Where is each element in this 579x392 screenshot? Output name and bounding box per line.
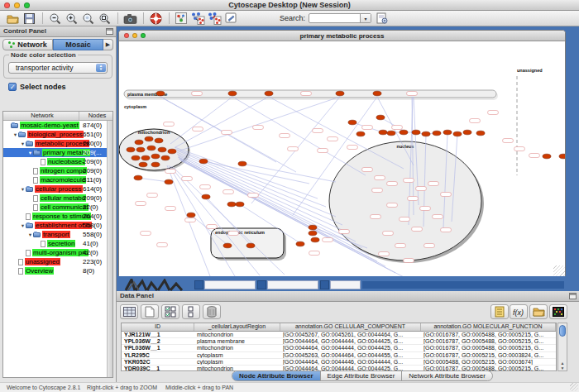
- window-resize-grip[interactable]: [570, 383, 578, 391]
- graph-node[interactable]: [356, 131, 365, 136]
- configure-search-icon[interactable]: [375, 12, 390, 25]
- table-row[interactable]: YKR052Ccytoplasm[GO:0044464, GO:0044446,…: [122, 359, 556, 366]
- table-column-header[interactable]: _cellularLayoutRegion: [194, 323, 280, 331]
- float-panel-icon[interactable]: [569, 293, 577, 299]
- graph-node[interactable]: [223, 243, 232, 248]
- graph-node[interactable]: [309, 225, 317, 230]
- graph-node[interactable]: [168, 149, 176, 154]
- tree-row-nucleobase-[interactable]: nucleobase-209(0): [3, 157, 112, 166]
- graph-node[interactable]: [412, 130, 420, 135]
- tree-row-establishment-of-lo[interactable]: ▼establishment of lo558(0): [3, 221, 112, 230]
- unselect-attributes-icon[interactable]: [182, 304, 200, 319]
- graph-node[interactable]: [134, 175, 142, 180]
- annotation-icon[interactable]: [223, 12, 238, 25]
- background-window-icon[interactable]: [194, 280, 203, 289]
- tree-row-multi-organism-pro[interactable]: multi-organism pro42(0): [3, 248, 112, 257]
- graph-node[interactable]: [156, 91, 165, 96]
- graph-edge[interactable]: [175, 149, 326, 207]
- graph-node[interactable]: [476, 131, 485, 136]
- graph-node[interactable]: [238, 161, 246, 166]
- node-color-dropdown[interactable]: transporter activity ▲▼: [8, 62, 108, 74]
- graph-node[interactable]: [145, 136, 153, 141]
- graph-node[interactable]: [151, 162, 160, 167]
- graph-node[interactable]: [127, 147, 135, 152]
- zoom-selected-icon[interactable]: [80, 12, 95, 25]
- graph-node[interactable]: [187, 213, 195, 218]
- graph-node[interactable]: [443, 130, 452, 135]
- select-attributes-icon[interactable]: [161, 304, 179, 319]
- graph-node[interactable]: [265, 91, 273, 96]
- disclosure-triangle-icon[interactable]: ▼: [20, 223, 26, 228]
- graph-node[interactable]: [158, 147, 166, 152]
- table-row[interactable]: YPL036W__1mitochondrion[GO:0044464, GO:0…: [122, 345, 556, 351]
- graph-node[interactable]: [155, 138, 163, 143]
- tree-row-nitrogen-compo[interactable]: nitrogen compo209(0): [3, 166, 112, 175]
- tree-column-network[interactable]: Network: [3, 112, 79, 120]
- tab-node-attribute-browser[interactable]: Node Attribute Browser: [232, 371, 321, 380]
- zoom-fit-icon[interactable]: [97, 12, 112, 25]
- disclosure-triangle-icon[interactable]: ▼: [20, 187, 26, 192]
- new-attribute-icon[interactable]: [141, 304, 159, 319]
- table-row[interactable]: YPL036W__2plasma membrane[GO:0044464, GO…: [122, 338, 556, 345]
- function-builder-icon[interactable]: f(x): [510, 304, 528, 319]
- tree-row-cell-communicat[interactable]: cell communicat22(0): [3, 203, 112, 212]
- snapshot-icon[interactable]: [122, 12, 137, 25]
- tree-row-transport[interactable]: ▼transport558(0): [3, 230, 112, 239]
- tree-row-cellular-metabo[interactable]: cellular metabo209(0): [3, 194, 112, 203]
- tree-row-secretion[interactable]: secretion41(0): [3, 239, 112, 248]
- tree-row-unassigned[interactable]: unassigned223(0): [3, 257, 112, 266]
- delete-attribute-icon[interactable]: [203, 304, 221, 319]
- search-input[interactable]: [309, 14, 360, 22]
- tree-row-overview[interactable]: Overview8(0): [3, 266, 112, 275]
- table-scrollbar-thumb[interactable]: [559, 325, 566, 337]
- zoom-in-icon[interactable]: [64, 12, 79, 25]
- graph-node[interactable]: [228, 91, 237, 96]
- graph-node[interactable]: [336, 91, 344, 96]
- graph-node[interactable]: [246, 243, 255, 248]
- graph-node[interactable]: [348, 120, 356, 125]
- table-scrollbar[interactable]: ▲▼: [557, 323, 567, 371]
- tab-mosaic[interactable]: Mosaic: [53, 39, 103, 50]
- attribute-list-icon[interactable]: [490, 304, 509, 319]
- graph-edge[interactable]: [177, 154, 349, 233]
- tab-overflow-icon[interactable]: ▶: [103, 39, 113, 50]
- network-canvas[interactable]: plasma membrane cytoplasm mitochondrion …: [119, 41, 565, 276]
- graph-node[interactable]: [379, 130, 387, 135]
- tab-edge-attribute-browser[interactable]: Edge Attribute Browser: [321, 371, 403, 380]
- graph-node[interactable]: [165, 179, 173, 184]
- background-window-icon[interactable]: [320, 280, 329, 289]
- background-window[interactable]: [330, 280, 361, 289]
- graph-node[interactable]: [373, 91, 381, 96]
- tree-row-macromolecule[interactable]: macromolecule311(0): [3, 175, 112, 184]
- tab-network[interactable]: Network: [2, 39, 53, 50]
- graph-node[interactable]: [311, 237, 319, 242]
- graph-node[interactable]: [543, 154, 551, 159]
- select-nodes-checkbox[interactable]: ✓: [8, 83, 17, 91]
- graph-node[interactable]: [387, 131, 395, 136]
- graph-edge[interactable]: [169, 165, 235, 276]
- table-column-header[interactable]: ID: [122, 323, 194, 331]
- graph-node[interactable]: [559, 154, 565, 159]
- tree-row-biological-process[interactable]: ▼biological_process651(0): [3, 130, 112, 139]
- tree-column-nodes[interactable]: Nodes: [79, 112, 112, 120]
- graph-node[interactable]: [309, 231, 317, 236]
- tab-network-attribute-browser[interactable]: Network Attribute Browser: [402, 371, 491, 380]
- graph-node[interactable]: [202, 194, 210, 199]
- tree-row-mosaic-demo-yeast[interactable]: mosaic-demo-yeast874(0): [3, 121, 112, 130]
- help-icon[interactable]: [148, 12, 163, 25]
- graph-edge[interactable]: [170, 97, 232, 144]
- disclosure-triangle-icon[interactable]: ▼: [27, 151, 33, 155]
- zoom-out-icon[interactable]: [47, 12, 62, 25]
- view-resize-grip[interactable]: [553, 265, 565, 276]
- background-window-icon[interactable]: [257, 280, 266, 289]
- graph-node[interactable]: [376, 115, 385, 120]
- disclosure-triangle-icon[interactable]: ▼: [20, 141, 26, 146]
- open-icon[interactable]: [5, 12, 20, 25]
- disclosure-triangle-icon[interactable]: ▼: [27, 232, 33, 237]
- background-window[interactable]: [204, 280, 256, 289]
- disclosure-triangle-icon[interactable]: ▼: [12, 132, 18, 137]
- graph-node[interactable]: [433, 131, 441, 136]
- tree-row-metabolic-process[interactable]: ▼metabolic process280(0): [3, 139, 112, 148]
- network-view-titlebar[interactable]: primary metabolic process: [119, 31, 565, 41]
- table-row[interactable]: YLR295Ccytoplasm[GO:0045263, GO:0044464,…: [122, 352, 556, 359]
